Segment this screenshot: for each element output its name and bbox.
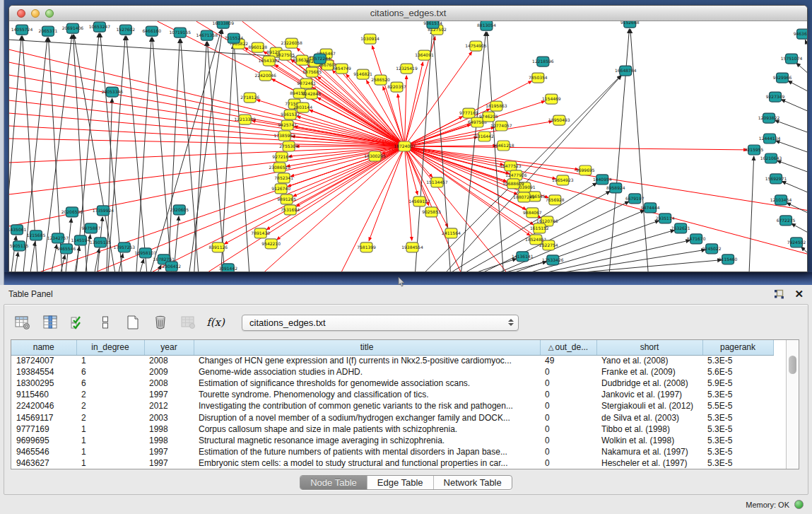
table-scrollbar[interactable] [786,340,799,469]
cell-short[interactable]: Stergiakouli et al. (2012) [596,400,702,411]
cell-year[interactable]: 2009 [144,366,194,378]
column-header-year[interactable]: year [144,340,194,355]
cell-name[interactable]: 9463627 [11,457,76,469]
cell-title[interactable]: Investigating the contribution of common… [194,400,540,411]
table-selector-dropdown[interactable]: citations_edges.txt [242,315,519,331]
table-row[interactable]: 1872400712008Changes of HCN gene express… [11,355,786,366]
cell-pagerank[interactable]: 5.3E-5 [702,355,773,366]
delete-table-icon[interactable] [180,314,196,331]
cell-short[interactable]: Franke et al. (2009) [596,366,702,378]
cell-pagerank[interactable]: 5.3E-5 [702,435,773,446]
cell-out_degree[interactable]: 0 [540,446,596,457]
function-builder-icon[interactable]: f(x) [207,314,224,331]
cell-year[interactable]: 2008 [144,355,194,366]
cell-title[interactable]: Estimation of significance thresholds fo… [194,378,540,389]
cell-year[interactable]: 1997 [144,389,194,400]
cell-in_degree[interactable]: 1 [76,355,144,366]
cell-title[interactable]: Structural magnetic resonance image aver… [194,435,540,446]
cell-pagerank[interactable]: 5.3E-5 [702,411,773,423]
cell-short[interactable]: de Silva et al. (2003) [596,411,702,423]
cell-year[interactable]: 1997 [144,457,194,469]
show-column-icon[interactable] [42,314,59,331]
table-row[interactable]: 969969511998Structural magnetic resonanc… [11,435,786,446]
cell-name[interactable]: 9699695 [11,435,76,446]
table-row[interactable]: 1938455462009Genome-wide association stu… [11,366,786,378]
cell-out_degree[interactable]: 0 [540,400,596,411]
column-header-title[interactable]: title [194,340,540,355]
column-header-out-degree[interactable]: △out_de... [540,340,596,355]
cell-title[interactable]: Estimation of the future numbers of pati… [194,446,540,457]
network-canvas[interactable]: 1872400779638228960128891291423226058982… [9,21,807,271]
cell-out_degree[interactable]: 0 [540,366,596,378]
cell-in_degree[interactable]: 2 [76,400,144,411]
table-row[interactable]: 946362711997Embryonic stem cells: a mode… [11,457,786,469]
cell-year[interactable]: 2012 [144,400,194,411]
cell-name[interactable]: 14569117 [11,411,76,423]
cell-title[interactable]: Disruption of a novel member of a sodium… [194,411,540,423]
cell-name[interactable]: 9115460 [11,389,76,400]
cell-year[interactable]: 1997 [144,446,194,457]
table-row[interactable]: 1456911722003Disruption of a novel membe… [11,411,786,423]
float-panel-icon[interactable] [774,289,784,299]
cell-short[interactable]: Tibbo et al. (1998) [596,424,702,435]
cell-year[interactable]: 2008 [144,378,194,389]
cell-out_degree[interactable]: 0 [540,424,596,435]
cell-name[interactable]: 22420046 [11,400,76,411]
cell-short[interactable]: Wolkin et al. (1998) [596,435,702,446]
cell-pagerank[interactable]: 5.3E-5 [702,446,773,457]
cell-name[interactable]: 19384554 [11,366,76,378]
table-row[interactable]: 946554611997Estimation of the future num… [11,446,786,457]
tab-node-table[interactable]: Node Table [300,476,367,489]
table-row[interactable]: 977716911998Corpus callosum shape and si… [11,424,786,435]
column-header-short[interactable]: short [596,340,702,355]
cell-in_degree[interactable]: 2 [76,389,144,400]
cell-out_degree[interactable]: 0 [540,378,596,389]
cell-out_degree[interactable]: 49 [540,355,596,366]
cell-in_degree[interactable]: 6 [76,366,144,378]
cell-title[interactable]: Tourette syndrome. Phenomenology and cla… [194,389,540,400]
delete-column-icon[interactable] [152,314,169,331]
cell-in_degree[interactable]: 1 [76,424,144,435]
cell-year[interactable]: 1998 [144,435,194,446]
cell-out_degree[interactable]: 0 [540,435,596,446]
new-column-icon[interactable] [124,314,141,331]
cell-year[interactable]: 2003 [144,411,194,423]
cell-short[interactable]: Nakamura et al. (1997) [596,446,702,457]
scrollbar-thumb[interactable] [789,356,796,374]
cell-in_degree[interactable]: 6 [76,378,144,389]
cell-short[interactable]: Yano et al. (2008) [596,355,702,366]
cell-in_degree[interactable]: 1 [76,435,144,446]
column-header-in-degree[interactable]: in_degree [76,340,144,355]
tab-edge-table[interactable]: Edge Table [367,476,434,489]
cell-out_degree[interactable]: 0 [540,389,596,400]
cell-name[interactable]: 18300295 [11,378,76,389]
cell-out_degree[interactable]: 0 [540,457,596,469]
tab-network-table[interactable]: Network Table [434,476,512,489]
table-settings-icon[interactable] [14,314,31,331]
cell-pagerank[interactable]: 5.6E-5 [702,366,773,378]
cell-in_degree[interactable]: 1 [76,446,144,457]
table-row[interactable]: 911546021997Tourette syndrome. Phenomeno… [11,389,786,400]
table-row[interactable]: 1830029562008Estimation of significance … [11,378,786,389]
cell-in_degree[interactable]: 1 [76,457,144,469]
cell-name[interactable]: 9465546 [11,446,76,457]
column-header-pagerank[interactable]: pagerank [702,340,773,355]
column-header-name[interactable]: name [11,340,76,355]
close-panel-icon[interactable]: ✕ [794,288,804,300]
cell-name[interactable]: 9777169 [11,424,76,435]
cell-title[interactable]: Changes of HCN gene expression and I(f) … [194,355,540,366]
cell-out_degree[interactable]: 0 [540,411,596,423]
cell-in_degree[interactable]: 2 [76,411,144,423]
cell-title[interactable]: Corpus callosum shape and size in male p… [194,424,540,435]
cell-short[interactable]: Jankovic et al. (1997) [596,389,702,400]
cell-title[interactable]: Embryonic stem cells: a model to study s… [194,457,540,469]
cell-short[interactable]: Hescheler et al. (1997) [596,457,702,469]
select-all-icon[interactable] [69,314,86,331]
cell-pagerank[interactable]: 5.3E-5 [702,457,773,469]
network-window-titlebar[interactable]: citations_edges.txt [9,6,807,21]
cell-pagerank[interactable]: 5.3E-5 [702,389,773,400]
cell-name[interactable]: 18724007 [11,355,76,366]
citation-graph[interactable]: 1872400779638228960128891291423226058982… [9,21,807,271]
cell-year[interactable]: 1998 [144,424,194,435]
cell-title[interactable]: Genome-wide association studies in ADHD. [194,366,540,378]
